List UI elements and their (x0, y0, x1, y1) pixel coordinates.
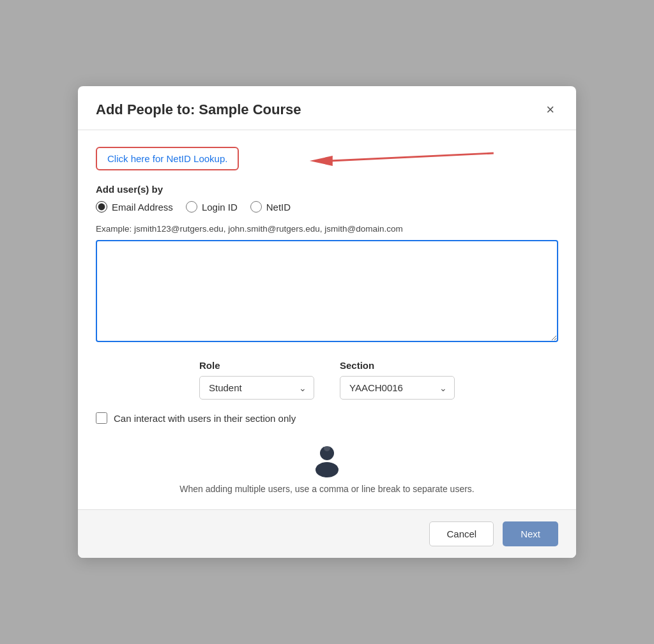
radio-netid-input[interactable] (250, 201, 262, 213)
radio-group: Email Address Login ID NetID (96, 201, 558, 213)
svg-marker-1 (310, 156, 333, 166)
netid-lookup-area: Click here for NetID Lookup. (96, 146, 558, 171)
section-label: Section (340, 360, 455, 371)
modal-title: Add People to: Sample Course (96, 101, 301, 118)
role-select-wrapper: Student Teacher TA Observer Designer ⌄ (199, 376, 314, 400)
example-text: Example: jsmith123@rutgers.edu, john.smi… (96, 224, 558, 234)
user-help-text: When adding multiple users, use a comma … (179, 484, 474, 494)
role-label: Role (199, 360, 314, 371)
user-icon (309, 442, 345, 477)
cancel-button[interactable]: Cancel (429, 521, 494, 546)
close-button[interactable]: × (542, 101, 558, 118)
radio-netid-label: NetID (266, 202, 291, 213)
modal-body: Click here for NetID Lookup. Add user(s)… (78, 130, 576, 494)
role-select[interactable]: Student Teacher TA Observer Designer (199, 376, 314, 400)
svg-point-4 (324, 445, 330, 451)
arrow-annotation (245, 146, 558, 171)
radio-loginid-label: Login ID (202, 202, 238, 213)
svg-point-3 (316, 462, 338, 477)
radio-email-label: Email Address (112, 202, 173, 213)
modal-header: Add People to: Sample Course × (78, 86, 576, 130)
radio-email[interactable]: Email Address (96, 201, 173, 213)
radio-netid[interactable]: NetID (250, 201, 291, 213)
add-people-modal: Add People to: Sample Course × Click her… (78, 86, 576, 558)
next-button[interactable]: Next (503, 521, 558, 546)
radio-loginid-input[interactable] (186, 201, 197, 213)
radio-email-input[interactable] (96, 201, 107, 213)
section-only-label[interactable]: Can interact with users in their section… (114, 413, 296, 424)
section-select-wrapper: YAACH0016 ⌄ (340, 376, 455, 400)
user-icon-area: When adding multiple users, use a comma … (96, 442, 558, 494)
modal-footer: Cancel Next (78, 509, 576, 558)
section-only-checkbox[interactable] (96, 412, 107, 424)
section-select[interactable]: YAACH0016 (340, 376, 455, 400)
modal-overlay: Add People to: Sample Course × Click her… (0, 0, 654, 644)
radio-loginid[interactable]: Login ID (186, 201, 238, 213)
role-section-row: Role Student Teacher TA Observer Designe… (96, 360, 558, 400)
user-input-textarea[interactable] (96, 240, 558, 342)
add-users-label: Add user(s) by (96, 184, 558, 195)
role-field-group: Role Student Teacher TA Observer Designe… (199, 360, 314, 400)
section-field-group: Section YAACH0016 ⌄ (340, 360, 455, 400)
svg-line-0 (330, 153, 494, 161)
checkbox-row: Can interact with users in their section… (96, 412, 558, 424)
netid-lookup-button[interactable]: Click here for NetID Lookup. (96, 147, 239, 170)
